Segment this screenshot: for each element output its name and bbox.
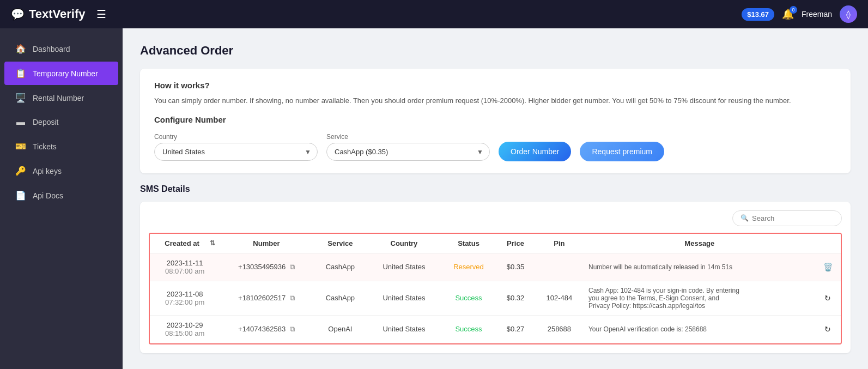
sidebar-label-rental-number: Rental Number: [33, 94, 84, 102]
logo-text: TextVerify: [29, 7, 86, 21]
table-row: 2023-11-1108:07:00 am +13035495936 ⧉ Cas…: [150, 253, 841, 281]
topnav-left: 💬 TextVerify ☰: [11, 7, 106, 21]
search-box: 🔍: [732, 210, 842, 226]
how-it-works-card: How it works? You can simply order numbe…: [140, 69, 851, 173]
th-price: Price: [496, 234, 534, 253]
copy-number-icon[interactable]: ⧉: [290, 294, 295, 302]
copy-number-icon[interactable]: ⧉: [290, 263, 295, 271]
avatar: ⟠: [840, 5, 857, 23]
order-number-button[interactable]: Order Number: [499, 142, 571, 161]
search-row: 🔍: [149, 210, 842, 226]
logo: 💬 TextVerify: [11, 7, 86, 21]
sms-details-title: SMS Details: [140, 184, 851, 194]
page-title: Advanced Order: [140, 44, 851, 58]
topnav-right: $13.67 🔔 0 Freeman ⟠: [742, 5, 857, 23]
th-actions: [815, 234, 841, 253]
main-layout: 🏠 Dashboard 📋 Temporary Number 🖥️ Rental…: [0, 28, 868, 369]
sidebar-item-dashboard[interactable]: 🏠 Dashboard: [4, 37, 118, 61]
cell-created-at: 2023-11-0807:32:00 pm: [150, 281, 220, 315]
phone-number: +14074362583: [238, 325, 286, 333]
hamburger-button[interactable]: ☰: [96, 8, 106, 21]
sidebar-item-api-keys[interactable]: 🔑 Api keys: [4, 159, 118, 183]
sidebar-label-deposit: Deposit: [33, 118, 58, 126]
th-number: Number: [220, 234, 313, 253]
cell-created-at: 2023-11-1108:07:00 am: [150, 253, 220, 281]
phone-number: +13035495936: [238, 263, 286, 271]
request-premium-button[interactable]: Request premium: [580, 142, 664, 161]
logo-icon: 💬: [11, 8, 25, 21]
cell-service: CashApp: [313, 253, 367, 281]
cell-created-at: 2023-10-2908:15:00 am: [150, 315, 220, 343]
copy-number-icon[interactable]: ⧉: [290, 325, 295, 333]
table-row: 2023-11-0807:32:00 pm +18102602517 ⧉ Cas…: [150, 281, 841, 315]
cell-number: +18102602517 ⧉: [220, 281, 313, 315]
cell-price: $0.27: [496, 315, 534, 343]
sidebar: 🏠 Dashboard 📋 Temporary Number 🖥️ Rental…: [0, 28, 123, 369]
how-it-works-title: How it works?: [154, 81, 836, 90]
cell-price: $0.32: [496, 281, 534, 315]
sidebar-item-rental-number[interactable]: 🖥️ Rental Number: [4, 86, 118, 110]
content-area: Advanced Order How it works? You can sim…: [123, 28, 868, 369]
refresh-icon[interactable]: ↻: [824, 294, 831, 303]
th-country: Country: [367, 234, 441, 253]
service-select[interactable]: CashApp ($0.35) OpenAI ($0.27) Google ($…: [326, 143, 490, 161]
th-status: Status: [441, 234, 497, 253]
country-select[interactable]: United States United Kingdom Canada Aust…: [154, 143, 318, 161]
th-service: Service: [313, 234, 367, 253]
notification-icon[interactable]: 🔔 0: [782, 8, 794, 20]
how-it-works-text: You can simply order number. If showing,…: [154, 95, 836, 106]
sms-details-card: 🔍 Created at ⇅ Number Service Country St…: [140, 202, 851, 353]
search-input[interactable]: [752, 214, 834, 222]
delete-icon[interactable]: 🗑️: [823, 263, 833, 271]
refresh-icon[interactable]: ↻: [824, 325, 831, 334]
cell-service: CashApp: [313, 281, 367, 315]
cell-status: Success: [441, 315, 497, 343]
search-icon: 🔍: [740, 214, 749, 222]
cell-message: Your OpenAI verification code is: 258688: [584, 315, 815, 343]
country-label: Country: [154, 133, 318, 141]
cell-message: Number will be automatically released in…: [584, 253, 815, 281]
cell-status: Success: [441, 281, 497, 315]
cell-price: $0.35: [496, 253, 534, 281]
cell-service: OpenAI: [313, 315, 367, 343]
sidebar-item-deposit[interactable]: ▬ Deposit: [4, 111, 118, 134]
api-keys-icon: 🔑: [15, 166, 26, 176]
sidebar-label-api-docs: Api Docs: [33, 191, 63, 200]
notif-count: 0: [790, 6, 797, 14]
sms-table-container: Created at ⇅ Number Service Country Stat…: [149, 233, 842, 344]
cell-status: Reserved: [441, 253, 497, 281]
deposit-icon: ▬: [15, 117, 26, 127]
topnav: 💬 TextVerify ☰ $13.67 🔔 0 Freeman ⟠: [0, 0, 868, 28]
service-field-group: Service CashApp ($0.35) OpenAI ($0.27) G…: [326, 133, 490, 161]
sidebar-label-dashboard: Dashboard: [33, 45, 70, 53]
balance-badge: $13.67: [742, 8, 774, 21]
table-row: 2023-10-2908:15:00 am +14074362583 ⧉ Ope…: [150, 315, 841, 343]
th-message: Message: [584, 234, 815, 253]
cell-country: United States: [367, 281, 441, 315]
configure-title: Configure Number: [154, 115, 836, 124]
table-header-row: Created at ⇅ Number Service Country Stat…: [150, 234, 841, 253]
cell-pin: [535, 253, 584, 281]
sidebar-item-tickets[interactable]: 🎫 Tickets: [4, 135, 118, 158]
th-created-at: Created at ⇅: [150, 234, 220, 253]
sidebar-label-tickets: Tickets: [33, 142, 57, 151]
country-field-group: Country United States United Kingdom Can…: [154, 133, 318, 161]
cell-message: Cash App: 102-484 is your sign-in code. …: [584, 281, 815, 315]
sidebar-item-temporary-number[interactable]: 📋 Temporary Number: [4, 62, 118, 85]
cell-number: +13035495936 ⧉: [220, 253, 313, 281]
cell-action: 🗑️: [815, 253, 841, 281]
sort-icon-created-at[interactable]: ⇅: [210, 239, 215, 247]
cell-number: +14074362583 ⧉: [220, 315, 313, 343]
sidebar-label-api-keys: Api keys: [33, 167, 62, 176]
cell-action: ↻: [815, 281, 841, 315]
sms-table: Created at ⇅ Number Service Country Stat…: [150, 234, 841, 343]
cell-action: ↻: [815, 315, 841, 343]
sidebar-label-temporary-number: Temporary Number: [33, 69, 98, 78]
configure-row: Country United States United Kingdom Can…: [154, 133, 836, 161]
tickets-icon: 🎫: [15, 141, 26, 152]
api-docs-icon: 📄: [15, 190, 26, 201]
country-select-wrapper: United States United Kingdom Canada Aust…: [154, 143, 318, 161]
cell-pin: 258688: [535, 315, 584, 343]
temporary-number-icon: 📋: [15, 68, 26, 78]
sidebar-item-api-docs[interactable]: 📄 Api Docs: [4, 184, 118, 207]
